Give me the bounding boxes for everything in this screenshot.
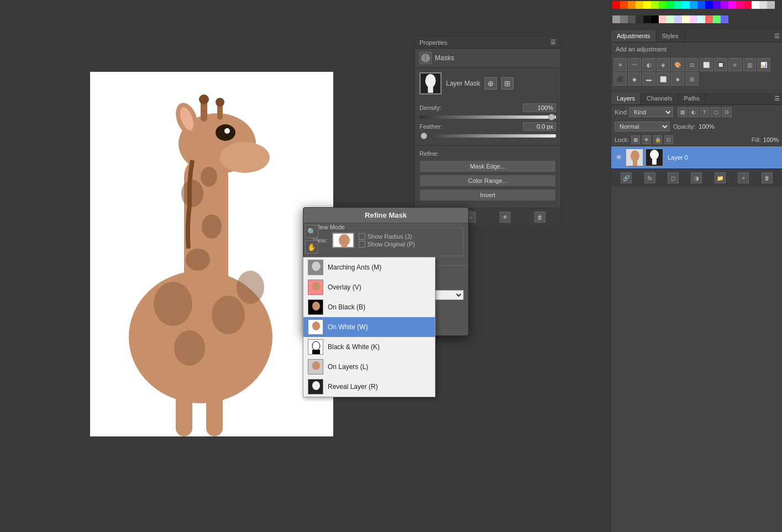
eye-icon[interactable]: 👁 <box>500 212 511 223</box>
color-range-btn[interactable]: Color Range... <box>419 175 556 187</box>
swatch[interactable] <box>759 1 767 9</box>
properties-menu-icon[interactable]: ☰ <box>550 39 556 46</box>
adj-colorbalance[interactable]: ⚖ <box>685 58 699 71</box>
swatch[interactable] <box>767 1 775 9</box>
swatch[interactable] <box>620 15 628 23</box>
feather-slider[interactable] <box>419 134 556 138</box>
layer-item-0[interactable]: 👁 Layer 0 <box>611 146 782 168</box>
tab-styles[interactable]: Styles <box>657 30 685 42</box>
layer-visibility-icon[interactable]: 👁 <box>615 153 623 162</box>
swatch[interactable] <box>713 1 721 9</box>
swatch[interactable] <box>666 15 674 23</box>
adj-mixer[interactable]: ≡ <box>728 58 742 71</box>
dropdown-item-black-white[interactable]: Black & White (K) <box>303 337 435 357</box>
swatch[interactable] <box>752 1 759 9</box>
swatch[interactable] <box>643 1 651 9</box>
swatch[interactable] <box>628 15 636 23</box>
adj-levels[interactable]: ▥ <box>743 58 756 71</box>
layers-panel-menu[interactable]: ☰ <box>772 93 782 104</box>
swatch[interactable] <box>690 1 697 9</box>
swatch[interactable] <box>682 1 690 9</box>
layer-fx-icon[interactable]: fx <box>644 172 655 183</box>
zoom-tool-btn[interactable]: 🔍 <box>305 225 318 238</box>
dropdown-item-reveal-layer[interactable]: Reveal Layer (R) <box>303 377 435 397</box>
adj-exposure[interactable]: ◐ <box>642 58 655 71</box>
dropdown-item-overlay[interactable]: Overlay (V) <box>303 277 435 297</box>
kind-dropdown[interactable]: Kind <box>629 107 673 117</box>
apply-mask-btn[interactable]: ⊕ <box>485 77 497 89</box>
adj-threshold[interactable]: ⬛ <box>613 72 627 86</box>
layer-adj-add-icon[interactable]: ◑ <box>691 172 702 183</box>
adj-solidcolor[interactable]: ■ <box>671 72 684 86</box>
filter-pixel[interactable]: ▦ <box>678 107 687 117</box>
swatch[interactable] <box>628 1 636 9</box>
lock-pixels-icon[interactable]: ▦ <box>631 135 640 144</box>
swatch[interactable] <box>651 15 659 23</box>
lock-all-icon[interactable]: 🔒 <box>653 135 662 144</box>
filter-smart[interactable]: ⊟ <box>722 107 732 117</box>
view-thumbnail[interactable] <box>332 233 354 248</box>
adj-posterize[interactable]: 📊 <box>757 58 770 71</box>
swatch[interactable] <box>659 15 666 23</box>
tab-layers[interactable]: Layers <box>611 93 641 104</box>
swatch[interactable] <box>674 1 682 9</box>
swatch[interactable] <box>651 1 659 9</box>
swatch[interactable] <box>721 15 728 23</box>
swatch[interactable] <box>690 15 697 23</box>
tab-channels[interactable]: Channels <box>641 93 678 104</box>
density-slider[interactable] <box>419 115 556 119</box>
swatch[interactable] <box>636 1 643 9</box>
filter-adj[interactable]: ◐ <box>689 107 699 117</box>
adj-panel-menu[interactable]: ☰ <box>772 30 782 42</box>
mask-edge-btn[interactable]: Mask Edge... <box>419 160 556 172</box>
invert-btn[interactable]: Invert <box>419 189 556 201</box>
layer-link-icon[interactable]: 🔗 <box>621 172 632 183</box>
swatch[interactable] <box>705 15 713 23</box>
adj-bw[interactable]: ⬜ <box>700 58 713 71</box>
swatch[interactable] <box>682 15 690 23</box>
swatch[interactable] <box>666 1 674 9</box>
mask-options-btn[interactable]: ⊞ <box>501 77 513 89</box>
swatch[interactable] <box>736 1 744 9</box>
lock-artboard-icon[interactable]: ⊡ <box>664 135 673 144</box>
swatch-red[interactable] <box>612 1 620 9</box>
dropdown-item-on-black[interactable]: On Black (B) <box>303 297 435 317</box>
adj-gradient[interactable]: ▬ <box>642 72 655 86</box>
swatch[interactable] <box>659 1 666 9</box>
swatch[interactable] <box>697 1 705 9</box>
hand-tool-btn[interactable]: ✋ <box>305 240 318 254</box>
swatch[interactable] <box>713 15 721 23</box>
layer-delete-icon[interactable]: 🗑 <box>762 172 773 183</box>
swatch[interactable] <box>705 1 713 9</box>
swatch[interactable] <box>721 1 728 9</box>
layer-mask-thumb[interactable] <box>419 72 442 94</box>
swatch[interactable] <box>744 1 752 9</box>
blend-mode-dropdown[interactable]: Normal <box>615 122 670 131</box>
adj-hsl[interactable]: 🎨 <box>671 58 684 71</box>
swatch[interactable] <box>728 1 736 9</box>
dropdown-item-on-white[interactable]: On White (W) <box>303 317 435 337</box>
adj-selectcolor[interactable]: ◆ <box>628 72 641 86</box>
adj-vibrance[interactable]: ◈ <box>657 58 670 71</box>
dropdown-item-on-layers[interactable]: On Layers (L) <box>303 357 435 377</box>
swatch[interactable] <box>636 15 643 23</box>
layer-new-icon[interactable]: + <box>738 172 749 183</box>
adj-brightness[interactable]: ☀ <box>613 58 627 71</box>
swatch[interactable] <box>643 15 651 23</box>
show-original-checkbox[interactable] <box>359 241 365 247</box>
adj-invert[interactable]: ⬜ <box>657 72 670 86</box>
swatch[interactable] <box>697 15 705 23</box>
delete-mask-icon[interactable]: 🗑 <box>534 212 545 223</box>
lock-position-icon[interactable]: ✥ <box>642 135 651 144</box>
adj-photofilt[interactable]: 🔲 <box>714 58 727 71</box>
swatch[interactable] <box>674 15 682 23</box>
layer-mask-add-icon[interactable]: ◻ <box>668 172 679 183</box>
swatch[interactable] <box>620 1 628 9</box>
tab-adjustments[interactable]: Adjustments <box>611 30 657 42</box>
adj-pattern[interactable]: ⊞ <box>685 72 699 86</box>
filter-type[interactable]: T <box>700 107 710 117</box>
tab-paths[interactable]: Paths <box>679 93 706 104</box>
layer-group-icon[interactable]: 📁 <box>715 172 726 183</box>
show-radius-checkbox[interactable] <box>359 233 365 240</box>
dropdown-item-marching-ants[interactable]: Marching Ants (M) <box>303 257 435 277</box>
